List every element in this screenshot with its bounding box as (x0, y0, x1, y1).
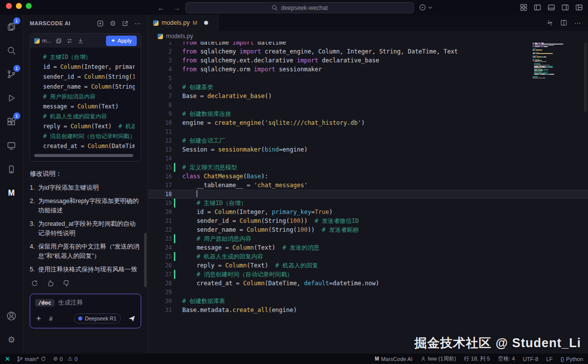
indentation-item[interactable]: 空格: 4 (498, 355, 515, 363)
editor-scrollbar[interactable] (584, 43, 587, 112)
thumbs-up-icon[interactable] (47, 279, 54, 287)
assistant-menu-icon[interactable] (419, 0, 432, 15)
toggle-sidebar-left-icon[interactable] (534, 3, 541, 11)
toggle-panel-icon[interactable] (547, 3, 555, 11)
chat-input-box[interactable]: /doc 生成注释 # Deepseek R1 (30, 294, 141, 328)
regenerate-icon[interactable] (31, 279, 39, 287)
activity-source-control-button[interactable]: 1 (0, 62, 23, 86)
suggestion-file-chip[interactable]: m... (34, 38, 51, 44)
marscode-status-item[interactable]: M MarsCode AI (375, 356, 413, 362)
account-button[interactable] (0, 304, 23, 328)
code-line[interactable]: 14 (148, 154, 588, 163)
code-line[interactable]: 27 # 消息创建时间（自动记录时间戳） (148, 270, 588, 279)
marscode-logo-icon: M (375, 356, 379, 362)
panel-horizontal-scrollbar[interactable] (34, 154, 133, 157)
minimize-window-button[interactable] (16, 3, 22, 9)
copy-icon[interactable] (55, 38, 62, 44)
send-icon[interactable] (128, 314, 136, 322)
settings-button[interactable]: ⚙ (0, 328, 23, 352)
code-editor[interactable]: 1from datetime import datetime2from sqla… (148, 42, 588, 354)
line-number: 3 (148, 56, 172, 65)
share-icon[interactable] (121, 20, 129, 27)
code-line[interactable]: 6# 创建基类 (148, 83, 588, 92)
close-window-button[interactable] (6, 3, 12, 9)
breadcrumb[interactable]: models.py (148, 31, 588, 42)
code-line[interactable]: 9# 创建数据库连接 (148, 109, 588, 118)
code-line[interactable]: 10engine = create_engine('sqlite:///chat… (148, 118, 588, 127)
branch-indicator[interactable]: main* (17, 356, 46, 362)
maximize-window-button[interactable] (26, 3, 32, 9)
code-line[interactable]: 7Base = declarative_base() (148, 92, 588, 101)
code-line[interactable]: 19 # 主键ID（自增） (148, 199, 588, 208)
activity-extensions-button[interactable]: 1 (0, 110, 23, 134)
line-number: 29 (148, 288, 172, 297)
unsaved-dot-icon[interactable] (204, 21, 208, 25)
code-line[interactable]: 29 (148, 288, 588, 297)
activity-remote-explorer-button[interactable] (0, 134, 23, 157)
code-line[interactable]: 15# 定义聊天消息模型 (148, 163, 588, 172)
code-line[interactable]: 31Base.metadata.create_all(engine) (148, 306, 588, 314)
line-number: 14 (148, 154, 172, 163)
code-line[interactable]: 12# 创建会话工厂 (148, 136, 588, 145)
open-changes-icon[interactable] (546, 19, 553, 26)
code-line[interactable]: 25 # 机器人生成的回复内容 (148, 252, 588, 261)
code-line[interactable]: 13Session = sessionmaker(bind=engine) (148, 145, 588, 154)
activity-explorer-button[interactable]: 1 (0, 15, 23, 39)
apply-button[interactable]: ✦ Apply (106, 36, 137, 46)
insert-icon[interactable] (77, 38, 84, 44)
code-line[interactable]: 20 id = Column(Integer, primary_key=True… (148, 208, 588, 216)
cursor-position-item[interactable]: 行 18, 列 5 (464, 355, 490, 363)
activity-marscode-ai-button[interactable]: M (0, 181, 23, 205)
device-icon (6, 164, 16, 174)
remote-indicator[interactable]: ✕ (5, 356, 10, 363)
activity-device-preview-button[interactable] (0, 157, 23, 181)
git-blame-item[interactable]: lww (1周前) (421, 355, 456, 363)
code-line[interactable]: 16class ChatMessage(Base): (148, 172, 588, 181)
history-forward-icon[interactable]: → (173, 3, 180, 12)
language-mode-item[interactable]: {} Python (560, 356, 583, 362)
sidebar-scrollbar[interactable] (144, 233, 147, 287)
encoding-item[interactable]: UTF-8 (523, 356, 538, 362)
code-line[interactable]: 26 reply = Column(Text) # 机器人的回复 (148, 261, 588, 270)
skills-sparkle-icon[interactable] (35, 315, 42, 322)
more-icon[interactable]: ⋯ (134, 19, 141, 27)
eol-item[interactable]: LF (546, 356, 553, 362)
model-selector[interactable]: Deepseek R1 (74, 313, 121, 323)
chat-input-text[interactable]: 生成注释 (58, 299, 83, 307)
code-line[interactable]: 1from datetime import datetime (148, 42, 588, 47)
code-line[interactable]: 24 message = Column(Text) # 发送的消息 (148, 243, 588, 252)
code-line[interactable]: 23 # 用户原始消息内容 (148, 234, 588, 243)
split-editor-icon[interactable] (560, 19, 567, 26)
diff-icon[interactable] (66, 38, 73, 44)
code-line[interactable]: 18 (148, 190, 588, 199)
code-line[interactable]: 11 (148, 127, 588, 136)
code-line[interactable]: 5 (148, 74, 588, 83)
activity-search-button[interactable] (0, 39, 23, 62)
toggle-sidebar-right-icon[interactable] (561, 3, 569, 11)
code-line[interactable]: 28 created_at = Column(DateTime, default… (148, 279, 588, 288)
code-line[interactable]: 2from sqlalchemy import create_engine, C… (148, 47, 588, 56)
line-number: 9 (148, 109, 172, 118)
activity-run-debug-button[interactable] (0, 86, 23, 110)
code-line[interactable]: 3from sqlalchemy.ext.declarative import … (148, 56, 588, 65)
gear-icon[interactable]: ⚙ (109, 20, 116, 27)
problems-indicator[interactable]: ⊘ 0 ⚠ 0 (53, 356, 77, 362)
code-line[interactable]: 21 sender_id = Column(String(100)) # 发送者… (148, 216, 588, 225)
python-file-icon (34, 38, 40, 44)
new-chat-icon[interactable] (97, 20, 104, 27)
layout-grid-icon[interactable] (520, 3, 528, 11)
code-line[interactable]: 17 __tablename__ = 'chat_messages' (148, 181, 588, 190)
customize-layout-icon[interactable] (575, 3, 583, 11)
thumbs-down-icon[interactable] (62, 279, 70, 287)
code-line[interactable]: 4from sqlalchemy.orm import sessionmaker (148, 65, 588, 74)
minimap[interactable] (533, 43, 570, 92)
context-hash-icon[interactable]: # (49, 315, 53, 322)
code-line[interactable]: 22 sender_name = Column(String(100)) # 发… (148, 225, 588, 234)
code-line[interactable]: 30# 创建数据库表 (148, 297, 588, 306)
doc-command-chip[interactable]: /doc (35, 299, 54, 307)
more-actions-icon[interactable]: ⋯ (574, 19, 581, 27)
history-back-icon[interactable]: ← (158, 3, 165, 12)
command-center-search[interactable]: deepseek-wechat (185, 2, 414, 13)
tab-models-py[interactable]: models.py M (148, 15, 218, 31)
code-line[interactable]: 8 (148, 101, 588, 109)
